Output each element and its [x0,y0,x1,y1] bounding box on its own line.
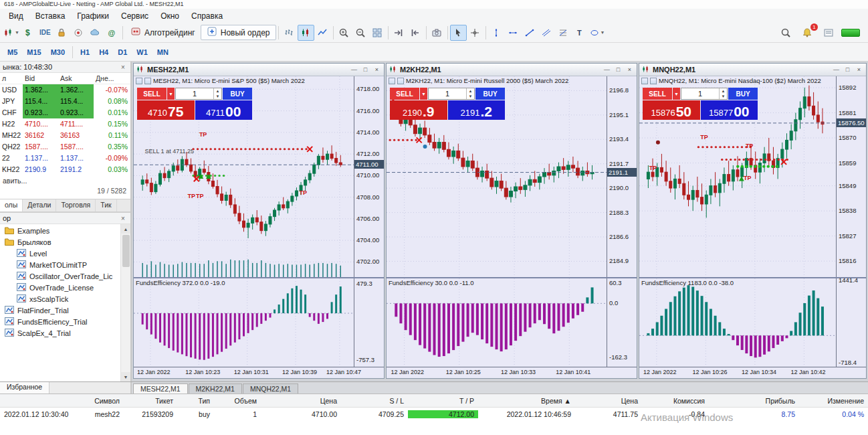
close-button[interactable]: × [372,65,382,74]
scroll-up-icon[interactable]: ▲ [121,224,130,234]
shapes-icon[interactable]: ▼ [588,25,606,41]
volume-down-icon[interactable]: ▼ [467,94,474,99]
scrollbar-thumb[interactable] [122,235,130,267]
column-header[interactable]: T / P [408,397,478,405]
close-icon[interactable]: × [118,64,128,71]
navigator-scrollbar[interactable]: ▲ ▼ [120,224,130,381]
buy-price[interactable]: 1587700 [701,100,758,120]
timeframe-d1[interactable]: D1 [113,46,132,59]
chart-plot[interactable]: M2KH22, M1: Micro E-mini Russell 2000 ($… [387,76,607,277]
time-scale[interactable]: 12 Jan 202212 Jan 10:2312 Jan 10:3112 Ja… [134,367,384,378]
new-order-button[interactable]: Новый ордер [201,25,276,40]
timeframe-m30[interactable]: M30 [46,46,70,59]
buy-price[interactable]: 2191.2 [448,100,506,120]
bars-chart-icon[interactable] [281,25,298,41]
time-scale[interactable]: 12 Jan 202212 Jan 10:2612 Jan 10:3412 Ja… [639,367,866,378]
indicator-pane[interactable]: FundsEfficiency 372.0 0.0 -19.0 [134,278,354,367]
market-watch-row[interactable]: MH2236162361630.11% [0,130,130,141]
zoom-in-icon[interactable] [336,25,352,41]
chart-window-titlebar[interactable]: MNQH22,M1—□× [639,64,866,76]
chart-plot[interactable]: TPTPTPTPMNQH22, M1: Micro E-mini Nasdaq-… [639,76,836,277]
buy-button[interactable]: BUY [475,88,505,100]
scroll-down-icon[interactable]: ▼ [121,372,130,381]
column-header[interactable]: Комиссия [642,397,709,405]
price-scale[interactable]: 4718.004716.004714.004712.004710.004708.… [354,76,384,277]
column-header[interactable]: Изменение [799,397,868,405]
candles-chart-icon[interactable] [298,25,314,41]
tree-item[interactable]: Examples [0,225,130,236]
broadcast-icon[interactable] [70,25,87,41]
buy-price[interactable]: 471100 [195,100,253,120]
market-watch-row[interactable]: QH221587....1587....0.35% [0,141,130,153]
trade-table-row[interactable]: 2022.01.12 10:30:40mesh2221593209buy1471… [0,408,868,420]
market-watch-row[interactable]: CHF0.923...0.923...0.01% [0,107,130,118]
tree-item[interactable]: xsScalpTick [0,293,130,304]
menu-item[interactable]: Вставка [29,10,72,22]
crosshair-icon[interactable] [467,25,483,41]
line-chart-icon[interactable] [314,25,331,41]
market-watch-row[interactable]: USD1.362...1.362...-0.07% [0,84,130,96]
metaeditor-ide-icon[interactable]: IDE [37,25,53,41]
lock-icon[interactable] [53,25,70,41]
buy-button[interactable]: BUY [223,88,252,100]
column-header[interactable]: Тип [177,397,214,405]
market-watch-row[interactable]: H224710....4711....0.15% [0,118,130,130]
column-header[interactable]: Символ [70,397,124,405]
chart-window-titlebar[interactable]: M2KH22,M1—□× [387,64,637,76]
market-watch-row[interactable]: KH222190.92191.20.03% [0,164,130,175]
volume-up-icon[interactable]: ▲ [720,88,727,94]
volume-input[interactable]: 1▲▼ [175,88,222,100]
market-watch-column-header[interactable]: л [0,73,23,84]
menu-item[interactable]: Справка [185,10,229,22]
menu-item[interactable]: Графики [71,10,115,22]
tree-item[interactable]: MarketTOLimitTP [0,259,130,270]
volume-input[interactable]: 1▲▼ [681,88,728,100]
auto-scroll-icon[interactable] [407,25,424,41]
market-watch-row[interactable]: 221.137...1.137...-0.09% [0,153,130,164]
tile-windows-icon[interactable] [369,25,386,41]
algo-trading-button[interactable]: Алготрейдинг [125,25,201,40]
chart-tab-MNQH22,M1[interactable]: MNQH22,M1 [243,383,298,394]
column-header[interactable]: Тикет [124,397,177,405]
minimize-button[interactable]: — [349,65,359,74]
trendline-icon[interactable] [522,25,538,41]
zoom-out-icon[interactable] [352,25,369,41]
sell-price[interactable]: 2190.9 [390,100,447,120]
column-header[interactable]: Цена [575,397,642,405]
sell-button[interactable]: SELL [643,88,672,100]
chart-plot[interactable]: SELL 1 at 4711.25TPTPTPTPMESH22, M1: Mic… [134,76,354,277]
price-scale[interactable]: 2196.82195.12193.42191.72190.02188.32186… [607,76,637,277]
tree-item[interactable]: Oscillator_OverTrade_Lic [0,270,130,282]
fibonacci-icon[interactable] [555,25,572,41]
cursor-icon[interactable] [450,25,467,41]
buy-button[interactable]: BUY [728,88,758,100]
timeframe-h4[interactable]: H4 [94,46,113,59]
indicator-pane[interactable]: FundsEfficiency 1183.0 0.0 -38.0 [639,278,836,367]
menu-item[interactable]: Окно [154,10,185,22]
add-symbol-row[interactable]: авить... [0,175,130,186]
timeframe-h1[interactable]: H1 [76,46,94,59]
minimize-button[interactable]: — [831,65,841,74]
sell-button[interactable]: SELL [137,88,167,100]
horizontal-line-icon[interactable] [505,25,522,41]
close-button[interactable]: × [854,65,864,74]
chart-tab-M2KH22,M1[interactable]: M2KH22,M1 [189,383,242,394]
market-watch-column-header[interactable]: Ask [58,73,94,84]
vertical-line-icon[interactable] [488,25,505,41]
timeframe-m5[interactable]: M5 [3,46,22,59]
close-icon[interactable]: × [118,215,128,222]
chart-window-titlebar[interactable]: MESH22,M1—□× [134,64,384,76]
window-titlebar[interactable]: 618 - AMPGlobalEU-Live - Netting - AMP G… [0,0,868,9]
menu-item[interactable]: Сервис [115,10,154,22]
market-watch-column-header[interactable]: Bid [23,73,58,84]
sell-price[interactable]: 1587650 [643,100,700,120]
sell-price[interactable]: 471075 [137,100,195,120]
account-dollar-icon[interactable]: $ [20,25,37,41]
timeframe-mn[interactable]: MN [152,46,173,59]
restore-button[interactable]: □ [360,65,370,74]
sell-dropdown-icon[interactable]: ▼ [673,88,680,100]
column-header[interactable]: Прибыль [709,397,799,405]
restore-button[interactable]: □ [613,65,623,74]
equidistant-channel-icon[interactable] [538,25,555,41]
column-header[interactable]: Время ▲ [478,397,575,405]
